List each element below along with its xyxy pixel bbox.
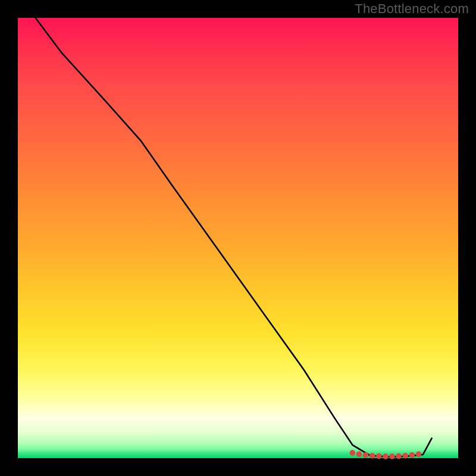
chart-line [36,18,432,457]
highlight-point [369,453,375,459]
highlight-point [396,453,402,459]
highlight-point [383,453,389,459]
highlight-point [356,452,362,458]
highlight-point [416,452,422,458]
marker-group [350,450,422,459]
highlight-point [376,453,382,459]
highlight-point [363,452,369,458]
highlight-point [409,452,415,458]
plot-area [18,18,458,458]
chart-frame: TheBottleneck.com [0,0,476,476]
chart-svg [18,18,458,458]
highlight-point [389,453,395,459]
highlight-point [402,453,408,459]
attribution-text: TheBottleneck.com [355,1,469,17]
highlight-point [350,450,356,456]
